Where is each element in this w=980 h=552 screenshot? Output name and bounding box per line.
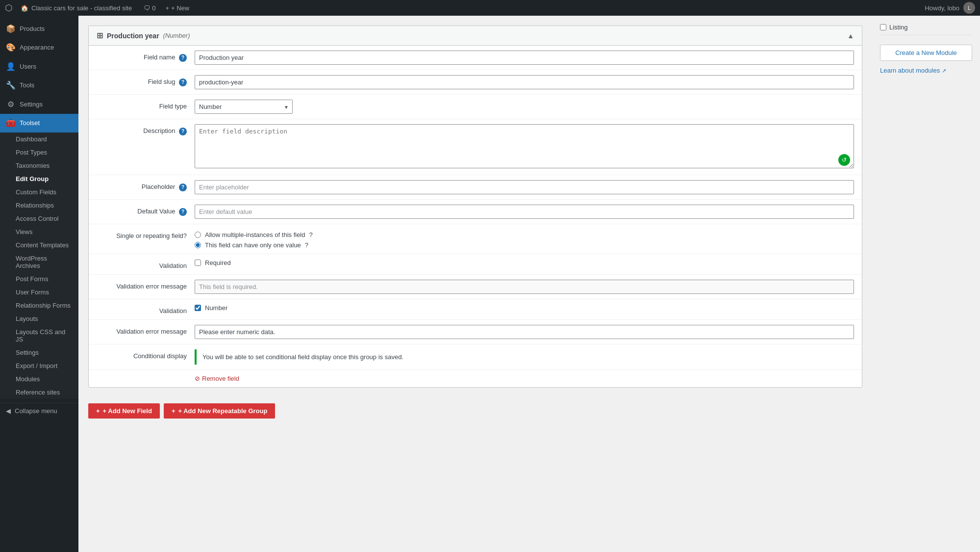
description-help-icon[interactable]: ? [179, 128, 187, 135]
submenu-dashboard[interactable]: Dashboard [0, 132, 78, 146]
sidebar-item-label: Toolset [20, 119, 40, 128]
field-name-row: Field name ? [89, 46, 862, 70]
sidebar-item-users[interactable]: 👤 Users [0, 57, 78, 76]
collapse-label: Collapse menu [15, 407, 57, 415]
validation-required-row: Validation Required [89, 254, 862, 275]
submenu-taxonomies[interactable]: Taxonomies [0, 159, 78, 172]
field-name-input[interactable] [195, 51, 854, 65]
sidebar-item-settings[interactable]: ⚙ Settings [0, 95, 78, 114]
products-icon: 📦 [6, 24, 16, 34]
tools-icon: 🔧 [6, 80, 16, 91]
validation-error-number-label: Validation error message [97, 325, 195, 335]
single-value-radio[interactable] [195, 242, 201, 248]
sidebar-item-label: Appearance [20, 43, 54, 52]
listing-checkbox-item[interactable]: Listing [880, 24, 972, 31]
collapse-menu[interactable]: ◀ Collapse menu [0, 403, 78, 419]
sidebar-item-tools[interactable]: 🔧 Tools [0, 76, 78, 95]
default-value-label: Default Value ? [97, 205, 195, 216]
conditional-display-row: Conditional display You will be able to … [89, 344, 862, 370]
number-checkbox[interactable] [195, 305, 201, 311]
validation-error-required-input[interactable] [195, 280, 854, 294]
single-value-help-icon[interactable]: ? [305, 241, 308, 249]
default-value-input[interactable] [195, 205, 854, 219]
sidebar-item-products[interactable]: 📦 Products [0, 20, 78, 38]
validation-number-row: Validation Number [89, 299, 862, 320]
placeholder-input[interactable] [195, 180, 854, 194]
submenu-reference-sites[interactable]: Reference sites [0, 386, 78, 399]
collapse-field-button[interactable]: ▲ [847, 32, 854, 40]
single-value-option[interactable]: This field can have only one value ? [195, 241, 854, 249]
main-content: ⊞ Production year (Number) ▲ Field name … [78, 16, 872, 552]
field-type-select-wrapper: Number Text Textarea Date Checkbox Radio… [195, 100, 293, 114]
submenu-layouts[interactable]: Layouts [0, 312, 78, 325]
new-label: + New [171, 4, 189, 12]
field-slug-help-icon[interactable]: ? [179, 79, 187, 86]
listing-checkbox[interactable] [880, 24, 886, 30]
create-new-module-button[interactable]: Create a New Module [880, 45, 972, 61]
sidebar-item-label: Settings [20, 100, 43, 109]
wp-logo-icon[interactable]: ⬡ [5, 2, 13, 13]
number-checkbox-item[interactable]: Number [195, 304, 854, 312]
remove-field-button[interactable]: ⊘ Remove field [195, 375, 239, 382]
validation-error-required-label: Validation error message [97, 280, 195, 290]
submenu-settings-sub[interactable]: Settings [0, 346, 78, 359]
allow-multiple-help-icon[interactable]: ? [309, 231, 312, 238]
settings-icon: ⚙ [6, 99, 16, 110]
avatar[interactable]: L [963, 2, 975, 14]
textarea-refresh-icon[interactable]: ↺ [838, 154, 850, 166]
submenu-custom-fields[interactable]: Custom Fields [0, 185, 78, 199]
validation-number-label: Validation [97, 304, 195, 315]
submenu-edit-group[interactable]: Edit Group [0, 172, 78, 185]
admin-bar-items: 🗨 0 + + New [140, 0, 193, 16]
validation-error-number-input[interactable] [195, 325, 854, 339]
right-sidebar: Listing Create a New Module Learn about … [872, 16, 980, 552]
sidebar-divider [880, 35, 972, 35]
new-link[interactable]: + + New [161, 0, 193, 16]
admin-bar: ⬡ 🏠 Classic cars for sale - classified s… [0, 0, 980, 16]
collapse-chevron-icon: ▲ [847, 32, 854, 40]
sidebar-item-label: Tools [20, 81, 34, 90]
placeholder-help-icon[interactable]: ? [179, 184, 187, 191]
submenu-layouts-css-js[interactable]: Layouts CSS and JS [0, 325, 78, 346]
add-new-field-button[interactable]: + + Add New Field [88, 403, 160, 419]
submenu-relationship-forms[interactable]: Relationship Forms [0, 299, 78, 312]
default-value-help-icon[interactable]: ? [179, 208, 187, 216]
single-or-repeating-row: Single or repeating field? Allow multipl… [89, 224, 862, 254]
field-type-select[interactable]: Number Text Textarea Date Checkbox Radio… [195, 100, 293, 114]
submenu-modules[interactable]: Modules [0, 372, 78, 386]
validation-error-number-row: Validation error message [89, 320, 862, 344]
allow-multiple-radio[interactable] [195, 232, 201, 238]
field-name-help-icon[interactable]: ? [179, 54, 187, 62]
comments-link[interactable]: 🗨 0 [140, 0, 159, 16]
sidebar-item-appearance[interactable]: 🎨 Appearance [0, 38, 78, 57]
site-name: Classic cars for sale - classified site [31, 4, 132, 12]
toolset-icon: 🧰 [6, 118, 16, 129]
default-value-row: Default Value ? [89, 200, 862, 224]
external-link-icon: ↗ [942, 68, 946, 74]
description-textarea[interactable] [195, 124, 854, 168]
description-row: Description ? ↺ [89, 119, 862, 175]
required-checkbox-item[interactable]: Required [195, 259, 854, 266]
submenu-relationships[interactable]: Relationships [0, 199, 78, 212]
add-new-repeatable-group-button[interactable]: + + Add New Repeatable Group [164, 403, 276, 419]
site-link[interactable]: 🏠 Classic cars for sale - classified sit… [21, 4, 132, 12]
field-slug-input[interactable] [195, 75, 854, 89]
field-card: ⊞ Production year (Number) ▲ Field name … [88, 26, 862, 388]
submenu-post-types[interactable]: Post Types [0, 146, 78, 159]
submenu-wordpress-archives[interactable]: WordPress Archives [0, 252, 78, 272]
action-bar: + + Add New Field + + Add New Repeatable… [88, 395, 862, 426]
field-type-label: Field type [97, 100, 195, 110]
sidebar: 📦 Products 🎨 Appearance 👤 Users 🔧 Tools … [0, 16, 78, 552]
required-checkbox[interactable] [195, 260, 201, 266]
remove-field-row: ⊘ Remove field [89, 370, 862, 387]
submenu-export-import[interactable]: Export / Import [0, 359, 78, 372]
allow-multiple-option[interactable]: Allow multiple-instances of this field ? [195, 231, 854, 238]
submenu-views[interactable]: Views [0, 225, 78, 238]
users-icon: 👤 [6, 61, 16, 72]
submenu-content-templates[interactable]: Content Templates [0, 238, 78, 252]
sidebar-item-toolset[interactable]: 🧰 Toolset [0, 114, 78, 132]
submenu-post-forms[interactable]: Post Forms [0, 272, 78, 286]
submenu-access-control[interactable]: Access Control [0, 212, 78, 225]
submenu-user-forms[interactable]: User Forms [0, 286, 78, 299]
learn-modules-link[interactable]: Learn about modules ↗ [880, 67, 946, 74]
